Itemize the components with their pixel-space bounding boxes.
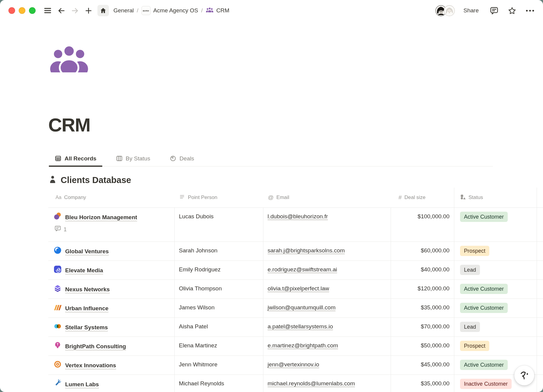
point-person-cell[interactable]: Aisha Patel	[174, 318, 263, 337]
company-cell[interactable]: Stellar Systems	[48, 318, 174, 337]
notion-ai-button[interactable]	[514, 365, 534, 385]
email-link[interactable]: jenn@vertexinnov.io	[268, 360, 319, 368]
company-cell[interactable]: Nexus Networks	[48, 280, 174, 299]
deal-size-cell[interactable]: $40,000.00	[391, 261, 454, 280]
home-icon[interactable]	[97, 5, 109, 16]
status-badge[interactable]: Active Customer	[460, 303, 508, 313]
tab-all-records[interactable]: All Records	[49, 153, 102, 167]
email-link[interactable]: olivia.t@pixelperfect.law	[268, 284, 329, 292]
status-badge[interactable]: Prospect	[460, 341, 489, 351]
column-header-email[interactable]: @ Email	[263, 188, 391, 207]
forward-icon[interactable]	[71, 7, 79, 15]
column-header-company[interactable]: Aa Company	[48, 188, 174, 207]
point-person-cell[interactable]: Emily Rodriguez	[174, 261, 263, 280]
point-person-cell[interactable]: Sarah Johnson	[174, 242, 263, 261]
company-cell[interactable]: Urban Influence	[48, 299, 174, 318]
new-page-plus-icon[interactable]	[84, 7, 93, 15]
status-badge[interactable]: Active Customer	[460, 284, 508, 294]
status-badge[interactable]: Inactive Customer	[460, 379, 512, 389]
status-cell[interactable]: Lead	[454, 261, 537, 280]
tab-by-status[interactable]: By Status	[110, 153, 156, 167]
company-cell[interactable]: T BrightPath Consulting	[48, 337, 174, 356]
email-cell[interactable]: olivia.t@pixelperfect.law	[263, 280, 391, 299]
comment-indicator[interactable]: 1	[54, 225, 170, 234]
company-page-link[interactable]: Lumen Labs	[65, 380, 99, 388]
email-cell[interactable]: e.martinez@brightpath.com	[263, 337, 391, 356]
email-link[interactable]: e.martinez@brightpath.com	[268, 341, 338, 349]
breadcrumb-root[interactable]: General	[113, 7, 134, 14]
database-header[interactable]: Clients Database	[49, 175, 131, 185]
more-options-icon[interactable]	[526, 9, 535, 12]
deal-size-cell[interactable]: $35,000.00	[391, 375, 454, 392]
company-page-link[interactable]: BrightPath Consulting	[65, 342, 126, 350]
email-link[interactable]: michael.reynolds@lumenlabs.com	[268, 379, 355, 387]
deal-size-cell[interactable]: $100,000.00	[391, 208, 454, 242]
deal-size-cell[interactable]: $45,000.00	[391, 356, 454, 375]
point-person-cell[interactable]: Lucas Dubois	[174, 208, 263, 242]
deal-size-cell[interactable]: $35,000.00	[391, 299, 454, 318]
deal-size-cell[interactable]: $120,000.00	[391, 280, 454, 299]
point-person-cell[interactable]: Jenn Whitmore	[174, 356, 263, 375]
company-cell[interactable]: Global Ventures	[48, 242, 174, 261]
email-cell[interactable]: a.patel@stellarsystems.io	[263, 318, 391, 337]
email-link[interactable]: sarah.j@brightsparksolns.com	[268, 246, 345, 254]
status-badge[interactable]: Prospect	[460, 246, 489, 256]
column-header-deal[interactable]: # Deal size	[391, 188, 454, 207]
company-cell[interactable]: Elevate Media	[48, 261, 174, 280]
company-page-link[interactable]: Nexus Networks	[65, 285, 110, 293]
avatar[interactable]	[444, 5, 455, 16]
close-window-button[interactable]	[8, 7, 15, 14]
breadcrumb-page[interactable]: CRM	[206, 7, 229, 14]
favorite-star-icon[interactable]	[508, 6, 516, 15]
deal-size-cell[interactable]: $60,000.00	[391, 242, 454, 261]
company-cell[interactable]: Vertex Innovations	[48, 356, 174, 375]
company-page-link[interactable]: Bleu Horizon Management	[65, 213, 137, 221]
status-cell[interactable]: Prospect	[454, 242, 537, 261]
status-badge[interactable]: Lead	[460, 322, 480, 332]
breadcrumb-workspace[interactable]: acme Acme Agency OS	[141, 6, 198, 15]
point-person-cell[interactable]: Elena Martinez	[174, 337, 263, 356]
email-cell[interactable]: sarah.j@brightsparksolns.com	[263, 242, 391, 261]
share-button[interactable]: Share	[462, 7, 481, 14]
page-icon-people-group[interactable]	[49, 45, 89, 74]
column-header-person[interactable]: Point Person	[174, 188, 263, 207]
company-cell[interactable]: Bleu Horizon Management 1	[48, 208, 174, 242]
email-cell[interactable]: michael.reynolds@lumenlabs.com	[263, 375, 391, 392]
back-icon[interactable]	[57, 7, 65, 15]
company-page-link[interactable]: Stellar Systems	[65, 323, 108, 331]
point-person-cell[interactable]: James Wilson	[174, 299, 263, 318]
column-header-status[interactable]: Status	[454, 188, 537, 207]
status-cell[interactable]: Active Customer	[454, 280, 537, 299]
collaborator-avatars[interactable]	[435, 5, 455, 16]
company-page-link[interactable]: Vertex Innovations	[65, 361, 116, 369]
status-cell[interactable]: Active Customer	[454, 208, 537, 242]
status-cell[interactable]: Prospect	[454, 337, 537, 356]
tab-deals[interactable]: Deals	[164, 153, 200, 167]
company-page-link[interactable]: Urban Influence	[65, 304, 109, 312]
deal-size-cell[interactable]: $70,000.00	[391, 318, 454, 337]
company-page-link[interactable]: Elevate Media	[65, 266, 103, 274]
point-person-cell[interactable]: Michael Reynolds	[174, 375, 263, 392]
zoom-window-button[interactable]	[29, 7, 36, 14]
status-cell[interactable]: Lead	[454, 318, 537, 337]
email-cell[interactable]: l.dubois@bleuhorizon.fr	[263, 208, 391, 242]
status-badge[interactable]: Active Customer	[460, 360, 508, 370]
point-person-cell[interactable]: Olivia Thompson	[174, 280, 263, 299]
email-link[interactable]: jwilson@quantumquill.com	[268, 303, 335, 311]
email-link[interactable]: l.dubois@bleuhorizon.fr	[268, 212, 328, 220]
email-cell[interactable]: e.rodriguez@swiftstream.ai	[263, 261, 391, 280]
email-link[interactable]: e.rodriguez@swiftstream.ai	[268, 265, 337, 273]
email-link[interactable]: a.patel@stellarsystems.io	[268, 322, 333, 330]
company-page-link[interactable]: Global Ventures	[65, 247, 109, 255]
sidebar-menu-icon[interactable]	[43, 6, 52, 15]
email-cell[interactable]: jwilson@quantumquill.com	[263, 299, 391, 318]
status-badge[interactable]: Lead	[460, 265, 480, 275]
page-title[interactable]: CRM	[48, 114, 90, 136]
comments-icon[interactable]	[490, 6, 499, 15]
email-cell[interactable]: jenn@vertexinnov.io	[263, 356, 391, 375]
status-badge[interactable]: Active Customer	[460, 212, 508, 222]
minimize-window-button[interactable]	[19, 7, 25, 14]
deal-size-cell[interactable]: $50,000.00	[391, 337, 454, 356]
company-cell[interactable]: Lumen Labs	[48, 375, 174, 392]
status-cell[interactable]: Active Customer	[454, 299, 537, 318]
